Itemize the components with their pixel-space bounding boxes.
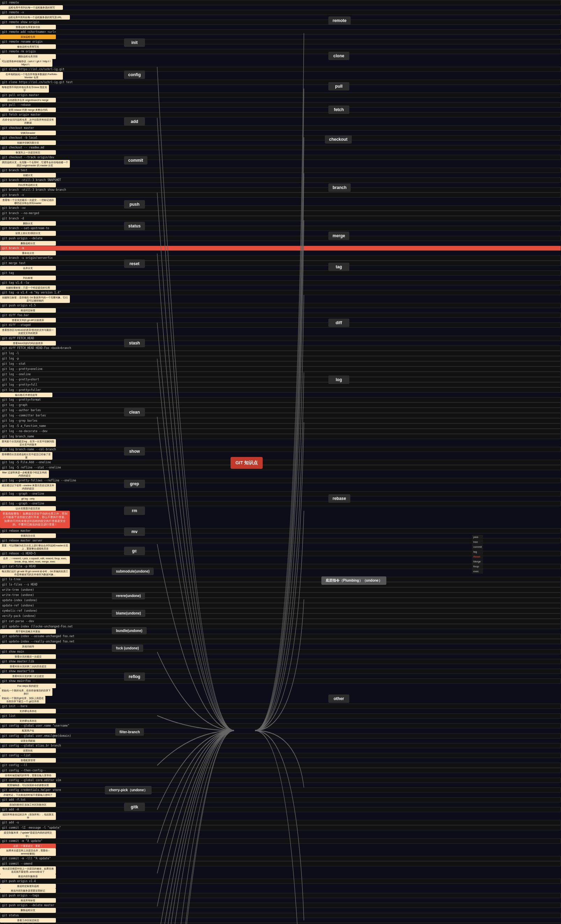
ann-push-origin-v: 推送特定标签到远程 bbox=[0, 884, 56, 888]
branch-cherry-pick: cherry-pick（undone） bbox=[105, 786, 152, 794]
ann-config-list: 查看配置管理 bbox=[0, 758, 56, 763]
cmd-config-alias: git config --global alias.br branch bbox=[0, 743, 561, 748]
branch-init: init bbox=[124, 38, 145, 47]
cmd-log-8: git log --pretty=fuller bbox=[0, 387, 561, 393]
branch-fetch: fetch bbox=[328, 105, 350, 114]
cmd-write-blob: write-tree (undone) bbox=[0, 592, 561, 598]
ann-pull-1: 自动抓取并合并 origin/branch's merge bbox=[0, 98, 56, 102]
ann-remote-rm: 删除远程仓库关联 bbox=[0, 54, 56, 59]
branch-gc: gc bbox=[124, 547, 145, 555]
cmd-tag-push: git push origin v1.5 bbox=[0, 303, 561, 308]
ann-add-dot: 追踪所有改动过的文件（添加所有），包括新文件 bbox=[0, 812, 56, 820]
cmd-diff-staged: git diff --staged bbox=[0, 322, 561, 328]
cmd-log-4: git log --pretty=oneline bbox=[0, 366, 561, 372]
cmd-show-branch2: git show master^lib bbox=[0, 669, 561, 674]
cmd-log-7: git log --pretty=full bbox=[0, 382, 561, 387]
cmd-diff-1: git diff foo.bar bbox=[0, 313, 561, 318]
cmd-branch-set-upstream: git branch --set-upstream-to bbox=[0, 226, 561, 231]
ann-rebase-master: 变基到主分支 bbox=[0, 534, 56, 538]
branch-gitk: gitk bbox=[124, 803, 145, 811]
cmd-remote-2: git remote -v bbox=[0, 10, 561, 15]
cmd-tag-list: git tag bbox=[0, 270, 561, 276]
cmd-show-main: git show main bbox=[0, 649, 561, 654]
branch-config: config bbox=[124, 70, 145, 79]
cmd-merge-1: git merge test bbox=[0, 261, 561, 266]
cmd-show-branch: git show master:lib bbox=[0, 659, 561, 664]
branch-rm: rm bbox=[124, 507, 145, 515]
ann-config-alias: 设置别名 bbox=[0, 748, 56, 753]
cmd-log-graph: git log --graph bbox=[0, 402, 561, 408]
branch-blame: blame(undone) bbox=[112, 610, 146, 617]
ann-log-follow: filter 过滤等来进一步检索某个特定文件的内容的提交 bbox=[0, 470, 49, 478]
cmd-checkout-b: git checkout -b local bbox=[0, 135, 561, 140]
cmd-diff-master: git diff FETCH_HEAD HEAD-Foo <book>branc… bbox=[0, 345, 561, 351]
cmd-remote-rename: git remote rename origin bbox=[0, 39, 561, 44]
cmd-log-graph3: git log --graph --oneline bbox=[0, 501, 561, 506]
ann-rebase-warning: 变基危险警告！ 如果提交存在于你的仓库之外，而别人可能基于这些提交进行开发，那么… bbox=[0, 511, 70, 528]
ann-log-format: 输出格式 作者信息等 bbox=[0, 393, 52, 397]
cmd-log-format: git log --pretty=format bbox=[0, 397, 561, 402]
ann-init-1: 初始化一个新的仓库，在你存放项目的目录下执行 bbox=[0, 688, 52, 696]
ann-commit-amend-1: 如果本次提交和上次提交合并，需要你--amend(修改) bbox=[0, 848, 56, 856]
cmd-write-tree: write-tree (undone) bbox=[0, 587, 561, 592]
branch-merge: merge bbox=[328, 232, 350, 240]
cmd-branch-m: git branch -m bbox=[0, 246, 561, 251]
cmd-remote-rm: git remote rm origin bbox=[0, 49, 561, 54]
branch-plumbing: 底层指令（Plumbing）（undone） bbox=[321, 576, 386, 585]
branch-bundle: bundle(undone) bbox=[112, 627, 147, 634]
branch-reset: reset bbox=[124, 260, 145, 268]
ann-diff-staged: 查看暂存区与HEAD的差异/暂存的文件与最后一次提交文件的差异 bbox=[0, 328, 56, 335]
ann-checkout-master: 切换到master bbox=[0, 130, 56, 135]
ann-remote-add: 添加远程仓库 bbox=[0, 34, 56, 39]
cmd-log-no-dec: git log --no-decorate --dev bbox=[0, 429, 561, 434]
cmd-cat-parse: git cat-parse --dev bbox=[0, 619, 561, 624]
cmd-checkout-track: git checkout --track origin/dev bbox=[0, 155, 561, 160]
branch-show: show bbox=[124, 447, 145, 456]
ann-config-credential: 存储凭证，下次推送的时候不需要输入密码了 bbox=[0, 793, 56, 797]
ann-branch-push-delete: 删除远程分支 bbox=[0, 241, 56, 246]
cmd-log-5: git log --oneline bbox=[0, 372, 561, 377]
cmd-log-branchname2: git log branch-name --col-branch bbox=[0, 447, 561, 452]
branch-pull: pull bbox=[328, 82, 350, 90]
cmd-clone-2: git clone https://iol.cn/schrl-ig.git te… bbox=[0, 80, 561, 85]
cmd-remote-show: git remote show origin bbox=[0, 20, 561, 25]
ann-push-1: 推送内容到服务器 bbox=[0, 874, 56, 879]
branch-submodule: submodule(undone) bbox=[112, 568, 154, 575]
cmd-log-online: git log -S File.Add --oneline bbox=[0, 460, 561, 465]
ann-log-remote: 查有哪些分支或者远程分支中提交已经做了变更 bbox=[0, 452, 52, 460]
cmd-fetch-1: git fetch origin master bbox=[0, 112, 561, 117]
cmd-symbolic-ref: symbolic-ref (undone) bbox=[0, 608, 561, 614]
ann-show-branch: 查看对应分支的第二次的历史提交 bbox=[0, 664, 56, 669]
ann-remote-2: 远程仓库中所列出每一个远程服务器的简写及URL bbox=[0, 15, 70, 20]
cmd-log-1: git log -l bbox=[0, 351, 561, 356]
cmd-commit-1: git commit -lI -message -l "update" bbox=[0, 825, 561, 830]
center-node: GIT 知识点 bbox=[231, 457, 262, 469]
ann-init-2: 初始化一个新的git仓库，实际上就是在当前目录下建立一个.git文件夹 bbox=[0, 696, 45, 704]
ann-pull-2: 使用 rebase 代替 merge 来整合代码 bbox=[0, 108, 56, 112]
cmd-branch-test: git branch test bbox=[0, 168, 561, 173]
ann-tag-lightweight: 创建轻量标签：只是一个特定提交的引用 bbox=[0, 285, 56, 290]
cmd-add-all: git add -f.txt bbox=[0, 797, 561, 802]
cmd-push-delete: git push origin --delete master bbox=[0, 903, 561, 908]
cmd-pull-2: git pull --rebase bbox=[0, 102, 561, 108]
ann-diff-branch: 查看fetch到的代码比较差异 bbox=[0, 341, 56, 345]
ann-clone-2: 在本地初始化一个包含所有版本数据的 Portfolio-Moniter 仓库 bbox=[0, 72, 63, 80]
ann-remote-rename: 修改远程仓库简写名 bbox=[0, 44, 56, 49]
ann-config-email: 设置全局邮箱 bbox=[0, 738, 56, 743]
cmd-log-grep: git log --grep barles bbox=[0, 418, 561, 423]
ann-config-user: 配置用户名 bbox=[0, 728, 56, 733]
branch-rerere: rerere(undone) bbox=[112, 592, 145, 600]
cmd-branch-push-delete: git push origin --delete bbox=[0, 236, 561, 241]
ann-git-list: 支持裸仓库存在 bbox=[0, 718, 56, 723]
cmd-tag-annotated: git tag -a v1.4 -m "my version 1.4" bbox=[0, 290, 561, 295]
cmd-config-list: git config --list bbox=[0, 753, 561, 758]
branch-clean: clean bbox=[124, 408, 145, 416]
cmd-git-list: git list bbox=[0, 713, 561, 718]
cmd-status-1: git status bbox=[0, 913, 561, 918]
ann-push-delete: 删除远程分支 bbox=[0, 908, 56, 912]
cmd-commit-amend: git commit -m -lll "A update" bbox=[0, 856, 561, 861]
ann-checkout-b: 创建并切换到新分支 bbox=[0, 140, 56, 145]
branch-diff: diff bbox=[328, 319, 350, 327]
cmd-log-graph2: git log --graph --oneline bbox=[0, 491, 561, 496]
ann-merge-1: 合并分支 bbox=[0, 266, 56, 270]
